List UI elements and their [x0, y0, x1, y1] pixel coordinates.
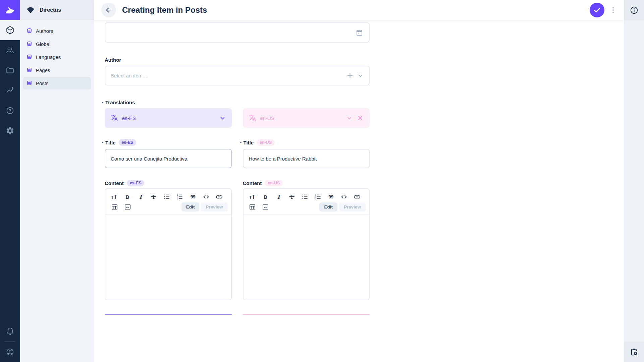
blockquote-icon[interactable]: 99 [327, 192, 335, 201]
author-placeholder: Select an item... [111, 73, 147, 78]
translate-icon [111, 114, 118, 122]
italic-icon[interactable]: I [274, 192, 283, 201]
author-label: Author [105, 57, 370, 63]
bold-icon[interactable]: B [123, 192, 132, 201]
directus-app: ? [0, 0, 644, 362]
markdown-editor-primary: T T B I [105, 188, 232, 300]
code-icon[interactable] [340, 192, 348, 201]
module-content[interactable] [0, 20, 20, 40]
heading-icon[interactable]: T T [248, 192, 257, 201]
nav-item-label: Global [36, 41, 50, 47]
nav-item-authors[interactable]: Authors [23, 25, 91, 37]
preview-mode-button[interactable]: Preview [201, 202, 227, 212]
content-textarea-primary[interactable] [105, 215, 231, 300]
content-label: Content en-US [243, 180, 370, 186]
author-field-block: Author Select an item... [105, 57, 370, 85]
page-header: Creating Item in Posts [94, 0, 624, 20]
title-input-primary[interactable]: Como ser una Conejita Productiva [105, 149, 232, 168]
activity-sidebar-button[interactable] [624, 342, 644, 362]
directus-logo-button[interactable] [0, 0, 20, 20]
folder-icon [6, 66, 14, 75]
rabbit-logo-icon [4, 4, 16, 16]
numbered-list-icon[interactable]: 1 2 3 [175, 192, 184, 201]
required-dot [102, 142, 103, 143]
author-select[interactable]: Select an item... [105, 66, 370, 85]
help-icon: ? [6, 106, 14, 115]
right-sidebar [624, 0, 644, 362]
pending-actions-icon [630, 348, 638, 356]
notifications-button[interactable] [0, 321, 20, 341]
image-icon[interactable] [261, 203, 270, 212]
page-title: Creating Item in Posts [122, 5, 584, 15]
title-input-secondary[interactable]: How to be a Productive Rabbit [243, 149, 370, 168]
language-badge: es-ES [127, 180, 145, 186]
svg-text:?: ? [9, 108, 11, 113]
module-insights[interactable] [0, 80, 20, 101]
nav-item-global[interactable]: Global [23, 38, 91, 50]
table-icon[interactable] [110, 203, 119, 212]
nav-item-languages[interactable]: Languages [23, 51, 91, 63]
numbered-list-icon[interactable]: 1 2 3 [314, 192, 322, 201]
editor-toolbar-row2: Edit Preview [244, 202, 369, 215]
link-icon[interactable] [215, 192, 223, 201]
svg-text:3: 3 [315, 197, 316, 200]
chevron-down-icon[interactable] [346, 115, 352, 121]
nav-item-pages[interactable]: Pages [23, 64, 91, 76]
info-icon [630, 6, 639, 15]
project-fan-icon [26, 6, 35, 14]
calendar-icon[interactable] [355, 28, 364, 37]
chevron-down-icon[interactable] [357, 72, 364, 79]
preview-mode-button[interactable]: Preview [339, 202, 366, 212]
edit-mode-button[interactable]: Edit [181, 202, 200, 212]
account-button[interactable] [0, 342, 20, 362]
language-selector-primary[interactable]: es-ES [105, 108, 232, 128]
italic-icon[interactable]: I [136, 192, 145, 201]
box-icon [6, 26, 14, 35]
link-icon[interactable] [353, 192, 362, 201]
bullet-list-icon[interactable] [301, 192, 309, 201]
database-icon [26, 54, 33, 60]
table-icon[interactable] [248, 203, 257, 212]
publish-date-field[interactable] [105, 22, 370, 43]
plus-icon[interactable] [346, 72, 354, 79]
blockquote-icon[interactable]: 99 [189, 192, 197, 201]
bullet-list-icon[interactable] [162, 192, 171, 201]
project-switcher[interactable]: Directus [20, 0, 94, 20]
required-dot [102, 102, 103, 103]
item-form: Author Select an item... [94, 20, 624, 362]
chevron-down-icon[interactable] [219, 115, 226, 121]
module-user-directory[interactable] [0, 40, 20, 60]
strikethrough-icon[interactable] [287, 192, 296, 201]
editor-toolbar-row2: Edit Preview [105, 202, 231, 215]
title-label: Title es-ES [105, 139, 232, 146]
edit-mode-button[interactable]: Edit [319, 202, 337, 212]
database-icon [26, 28, 33, 34]
content-field-secondary-block: Content en-US T T [243, 180, 370, 300]
field-divider-primary [105, 314, 232, 315]
nav-item-posts[interactable]: Posts [23, 77, 91, 89]
module-settings[interactable] [0, 121, 20, 141]
save-button[interactable] [590, 3, 604, 17]
back-button[interactable] [101, 3, 116, 17]
info-sidebar-button[interactable] [624, 0, 644, 20]
database-icon [26, 67, 33, 73]
code-icon[interactable] [202, 192, 210, 201]
module-file-library[interactable] [0, 60, 20, 80]
strikethrough-icon[interactable] [149, 192, 158, 201]
module-bar-spacer [0, 141, 20, 321]
editor-toolbar: T T B I [105, 189, 231, 202]
project-name: Directus [40, 7, 61, 13]
language-code: es-ES [122, 115, 136, 121]
image-icon[interactable] [123, 203, 132, 212]
bold-icon[interactable]: B [261, 192, 270, 201]
close-icon[interactable] [357, 115, 364, 121]
insights-icon [6, 86, 14, 95]
content-textarea-secondary[interactable] [244, 215, 369, 300]
svg-text:T: T [114, 194, 117, 200]
more-options-button[interactable] [610, 4, 616, 16]
more-vertical-icon [612, 7, 614, 13]
module-documentation[interactable]: ? [0, 101, 20, 121]
heading-icon[interactable]: T T [110, 192, 119, 201]
language-selector-secondary[interactable]: en-US [243, 108, 370, 128]
title-field-secondary-block: Title en-US How to be a Productive Rabbi… [243, 139, 370, 168]
